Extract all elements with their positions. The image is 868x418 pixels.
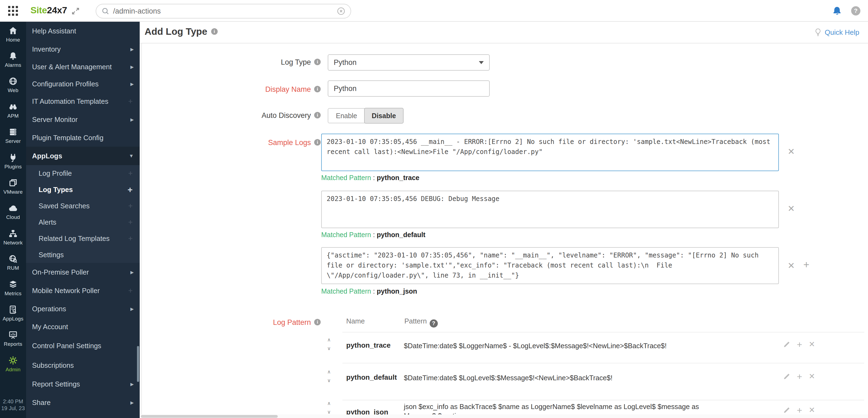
sidebar-item-related-log-templates[interactable]: Related Log Templates+ bbox=[26, 230, 140, 247]
sidebar-item-share[interactable]: Share▶ bbox=[26, 393, 140, 412]
sidebar-item-control-panel-settings[interactable]: Control Panel Settings bbox=[26, 336, 140, 356]
sidebar-item-log-types[interactable]: Log Types+ bbox=[26, 182, 140, 198]
remove-sample-icon[interactable]: ✕ bbox=[787, 261, 795, 270]
sidebar-item-help-assistant[interactable]: Help Assistant bbox=[26, 22, 140, 40]
pattern-row-value: $DateTime:date$ $LogLevel$:$Message$!<Ne… bbox=[404, 373, 716, 382]
sidebar-item-configuration-profiles[interactable]: Configuration Profiles▶ bbox=[26, 75, 140, 92]
rail-item-applogs[interactable]: AppLogs bbox=[0, 301, 26, 326]
sidebar-item-server-monitor[interactable]: Server Monitor▶ bbox=[26, 110, 140, 129]
sidebar-item-user-alert-management[interactable]: User & Alert Management▶ bbox=[26, 58, 140, 75]
log-pattern-label: Log Pattern bbox=[163, 318, 311, 327]
sidebar-item-mobile-network-poller[interactable]: Mobile Network Poller+ bbox=[26, 281, 140, 300]
move-down-icon[interactable]: ∨ bbox=[327, 410, 331, 415]
sample-log-textarea-2[interactable]: 2023-01-10 07:35:05,456 DEBUG: Debug Mes… bbox=[321, 191, 779, 228]
rail-item-vmware[interactable]: VMware bbox=[0, 174, 26, 199]
log-type-select[interactable]: Python bbox=[328, 54, 490, 71]
info-icon[interactable]: i bbox=[314, 59, 321, 65]
rail-item-admin[interactable]: Admin bbox=[0, 351, 26, 377]
rail-item-apm[interactable]: APM bbox=[0, 98, 26, 123]
rail-item-cloud[interactable]: Cloud bbox=[0, 199, 26, 225]
quick-help-link[interactable]: Quick Help bbox=[814, 28, 859, 37]
matched-pattern-1: Matched Pattern : python_trace bbox=[321, 174, 419, 182]
sidebar-item-applogs[interactable]: AppLogs▼ bbox=[26, 147, 140, 165]
notification-bell-icon[interactable] bbox=[832, 6, 842, 16]
delete-pattern-icon[interactable]: ✕ bbox=[809, 406, 815, 414]
rail-item-web[interactable]: Web bbox=[0, 72, 26, 98]
sidebar-item-settings[interactable]: Settings bbox=[26, 247, 140, 263]
info-icon[interactable]: i bbox=[314, 139, 321, 146]
chevron-right-icon: ▶ bbox=[130, 82, 134, 87]
sidebar-item-alerts[interactable]: Alerts+ bbox=[26, 214, 140, 230]
rail-item-network[interactable]: Network bbox=[0, 225, 26, 250]
info-icon[interactable]: i bbox=[314, 319, 321, 325]
rail-item-alarms[interactable]: Alarms bbox=[0, 47, 26, 72]
add-sample-icon[interactable]: + bbox=[803, 260, 809, 269]
pattern-help-icon[interactable]: ? bbox=[430, 319, 438, 327]
app-grid-icon[interactable] bbox=[8, 6, 18, 16]
add-pattern-icon[interactable]: + bbox=[797, 373, 802, 380]
topbar: Site24x7 ? bbox=[0, 0, 868, 22]
expand-icon[interactable] bbox=[71, 6, 80, 15]
row-actions: + ✕ bbox=[783, 341, 815, 348]
rail-item-server[interactable]: Server bbox=[0, 123, 26, 149]
page-title: Add Log Typei bbox=[145, 26, 218, 37]
edit-pencil-icon[interactable] bbox=[783, 407, 790, 414]
move-down-icon[interactable]: ∨ bbox=[327, 346, 331, 351]
auto-discovery-label: Auto Discovery bbox=[163, 111, 311, 120]
sidebar-item-log-profile[interactable]: Log Profile+ bbox=[26, 165, 140, 182]
add-pattern-icon[interactable]: + bbox=[797, 341, 802, 348]
sidebar-item-report-settings[interactable]: Report Settings▶ bbox=[26, 375, 140, 393]
plus-icon[interactable]: + bbox=[128, 218, 133, 227]
edit-pencil-icon[interactable] bbox=[783, 341, 790, 348]
move-up-icon[interactable]: ∧ bbox=[327, 337, 331, 342]
sidebar-item-plugin-template-config[interactable]: Plugin Template Config bbox=[26, 129, 140, 147]
rail-item-metrics[interactable]: Metrics bbox=[0, 276, 26, 301]
move-up-icon[interactable]: ∧ bbox=[327, 369, 331, 374]
enable-button[interactable]: Enable bbox=[328, 109, 365, 123]
rail-item-rum[interactable]: RUM bbox=[0, 250, 26, 276]
sidebar-item-my-account[interactable]: My Account bbox=[26, 318, 140, 336]
sidebar-scrollbar[interactable] bbox=[137, 346, 139, 382]
info-icon[interactable]: i bbox=[314, 112, 321, 119]
sidebar-item-it-automation-templates[interactable]: IT Automation Templates+ bbox=[26, 92, 140, 110]
search-input[interactable] bbox=[113, 7, 337, 15]
rail-item-home[interactable]: Home bbox=[0, 22, 26, 47]
sidebar-item-on-premise-poller[interactable]: On-Premise Poller▶ bbox=[26, 263, 140, 281]
remove-sample-icon[interactable]: ✕ bbox=[787, 147, 795, 156]
sidebar-item-operations[interactable]: Operations▶ bbox=[26, 300, 140, 318]
remove-sample-icon[interactable]: ✕ bbox=[787, 204, 795, 213]
edit-pencil-icon[interactable] bbox=[783, 373, 790, 380]
chevron-right-icon: ▶ bbox=[130, 270, 134, 275]
matched-pattern-3: Matched Pattern : python_json bbox=[321, 287, 417, 295]
sidebar-item-inventory[interactable]: Inventory▶ bbox=[26, 40, 140, 58]
add-pattern-icon[interactable]: + bbox=[797, 406, 802, 414]
reorder-handle: ∧∨ bbox=[327, 369, 331, 383]
move-up-icon[interactable]: ∧ bbox=[327, 401, 331, 406]
delete-pattern-icon[interactable]: ✕ bbox=[809, 341, 815, 348]
plus-icon[interactable]: + bbox=[128, 97, 133, 106]
sidebar-item-saved-searches[interactable]: Saved Searches+ bbox=[26, 198, 140, 214]
info-icon[interactable]: i bbox=[314, 86, 321, 92]
site24x7-logo[interactable]: Site24x7 bbox=[30, 5, 67, 15]
rail-item-reports[interactable]: Reports bbox=[0, 326, 26, 351]
plus-icon[interactable]: + bbox=[127, 185, 133, 195]
plus-icon[interactable]: + bbox=[128, 286, 133, 295]
disable-button[interactable]: Disable bbox=[364, 108, 404, 124]
info-icon[interactable]: i bbox=[211, 28, 218, 35]
table-divider bbox=[342, 400, 864, 400]
table-divider bbox=[342, 332, 864, 332]
content-header: Add Log Typei Quick Help bbox=[140, 22, 868, 43]
rail-item-plugins[interactable]: Plugins bbox=[0, 149, 26, 174]
plus-icon[interactable]: + bbox=[128, 201, 133, 210]
sidebar-item-subscriptions[interactable]: Subscriptions bbox=[26, 356, 140, 375]
horizontal-scrollbar-thumb[interactable] bbox=[141, 415, 278, 418]
help-icon[interactable]: ? bbox=[851, 6, 860, 15]
plus-icon[interactable]: + bbox=[128, 234, 133, 243]
move-down-icon[interactable]: ∨ bbox=[327, 378, 331, 383]
sample-log-textarea-1[interactable]: 2023-01-10 07:35:05,456 __main__ - ERROR… bbox=[321, 134, 779, 171]
display-name-input[interactable] bbox=[328, 81, 490, 97]
sample-log-textarea-3[interactable]: {"asctime": "2023-01-10 07:35:05,456", "… bbox=[321, 247, 779, 284]
plus-icon[interactable]: + bbox=[128, 169, 133, 178]
search-clear-icon[interactable] bbox=[337, 7, 345, 15]
delete-pattern-icon[interactable]: ✕ bbox=[809, 373, 815, 380]
